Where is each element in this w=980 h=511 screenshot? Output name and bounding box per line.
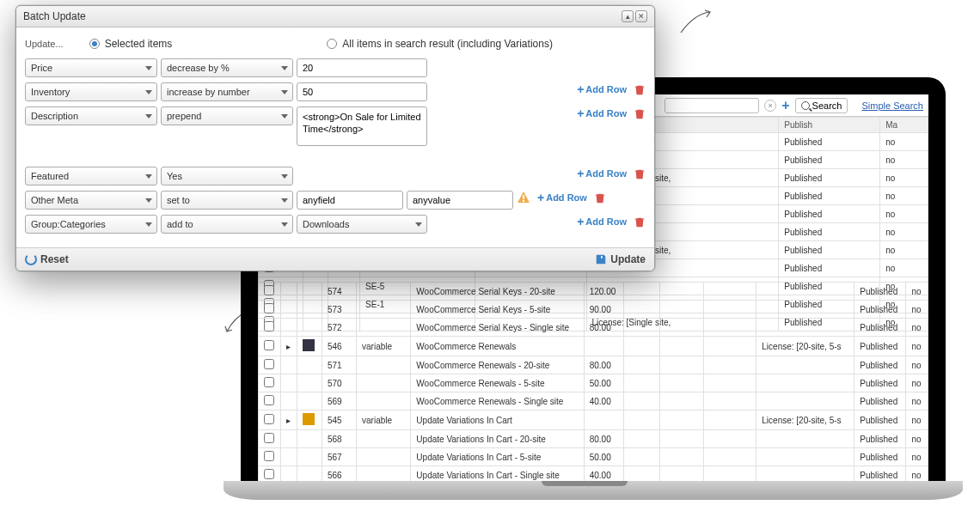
table-row[interactable]: 569 WooCommerce Renewals - Single site 4… [259, 392, 928, 411]
expand-icon[interactable] [281, 319, 297, 337]
product-grid-lower: 574 WooCommerce Serial Keys - 20-site 12… [258, 282, 928, 498]
table-row[interactable]: 571 WooCommerce Renewals - 20-site 80.00… [259, 356, 928, 374]
field-select[interactable]: Other Meta [25, 191, 157, 210]
expand-icon[interactable] [281, 430, 297, 448]
ma-cell: no [880, 205, 928, 223]
delete-row-button[interactable] [634, 216, 646, 228]
publish-cell: Published [854, 283, 906, 301]
price-cell: 80.00 [584, 430, 623, 448]
row-checkbox[interactable] [264, 359, 274, 369]
dialog-footer: Reset Update [16, 247, 654, 271]
clear-icon[interactable]: × [764, 100, 776, 112]
row-checkbox[interactable] [264, 451, 274, 461]
table-row[interactable]: 567 Update Variations In Cart - 5-site 5… [259, 448, 928, 466]
thumbnail [303, 413, 315, 425]
add-row-button[interactable]: +Add Row [537, 191, 587, 204]
table-row[interactable]: 573 WooCommerce Serial Keys - 5-site 90.… [259, 301, 928, 319]
name-cell: Update Variations In Cart - 5-site [411, 448, 584, 466]
expand-icon[interactable] [281, 356, 297, 374]
operation-select[interactable]: Yes [161, 167, 293, 186]
expand-icon[interactable]: ▸ [281, 337, 297, 356]
row-checkbox[interactable] [264, 303, 274, 313]
add-row-button[interactable]: +Add Row [577, 106, 627, 120]
delete-row-button[interactable] [634, 107, 646, 119]
value-textarea[interactable]: <strong>On Sale for Limited Time</strong… [297, 106, 427, 146]
field-select[interactable]: Description [25, 106, 157, 125]
plus-icon: + [577, 106, 584, 120]
price-cell: 120.00 [584, 283, 623, 301]
price-cell: 80.00 [584, 356, 623, 374]
add-row-button[interactable]: +Add Row [577, 167, 627, 180]
row-checkbox[interactable] [264, 414, 274, 424]
meta-value-input[interactable]: anyvalue [407, 191, 513, 210]
table-row[interactable]: 570 WooCommerce Renewals - 5-site 50.00 … [259, 374, 928, 392]
radio-selected-items[interactable]: Selected items [89, 38, 173, 50]
id-cell: 573 [322, 301, 356, 319]
expand-icon[interactable] [281, 448, 297, 466]
ma-cell: no [880, 259, 928, 277]
simple-search-link[interactable]: Simple Search [861, 100, 923, 111]
plus-icon[interactable]: + [781, 98, 789, 113]
operation-select[interactable]: prepend [161, 106, 293, 125]
attributes-cell: License: [20-site, 5-s [756, 411, 854, 430]
ma-cell: no [880, 133, 928, 151]
table-row[interactable]: ▸ 545 variable Update Variations In Cart… [259, 411, 928, 430]
expand-icon[interactable]: ▸ [281, 411, 297, 430]
expand-icon[interactable] [281, 301, 297, 319]
arrow-icon [679, 9, 714, 34]
add-row-button[interactable]: +Add Row [577, 82, 627, 96]
delete-row-button[interactable] [634, 167, 646, 179]
add-row-button[interactable]: +Add Row [577, 215, 627, 228]
rule-row: Featured Yes +Add Row [25, 167, 646, 186]
search-button[interactable]: Search [795, 98, 848, 113]
row-checkbox[interactable] [264, 433, 274, 443]
delete-row-button[interactable] [594, 192, 606, 204]
field-select[interactable]: Inventory [25, 82, 157, 101]
publish-cell: Published [854, 448, 906, 466]
operation-select[interactable]: increase by number [161, 82, 293, 101]
type-cell [357, 319, 411, 337]
field-select[interactable]: Featured [25, 167, 157, 186]
ma-cell: no [906, 301, 928, 319]
field-select[interactable]: Group:Categories [25, 215, 157, 234]
plus-icon: + [537, 191, 544, 204]
plus-icon: + [577, 82, 584, 96]
field-select[interactable]: Price [25, 58, 157, 77]
ma-cell: no [906, 356, 928, 374]
meta-key-input[interactable]: anyfield [297, 191, 403, 210]
expand-icon[interactable] [281, 283, 297, 301]
name-cell: WooCommerce Renewals [411, 337, 584, 356]
publish-cell: Published [854, 411, 906, 430]
table-row[interactable]: 568 Update Variations In Cart - 20-site … [259, 430, 928, 448]
operation-select[interactable]: set to [161, 191, 293, 210]
publish-cell: Published [779, 151, 880, 169]
search-input[interactable] [665, 98, 759, 113]
collapse-icon[interactable]: ▴ [622, 10, 634, 22]
attributes-cell [756, 356, 854, 374]
table-row[interactable]: 572 WooCommerce Serial Keys - Single sit… [259, 319, 928, 337]
publish-cell: Published [779, 187, 880, 205]
update-button[interactable]: Update [595, 253, 646, 265]
radio-all-items[interactable]: All items in search result (including Va… [327, 38, 553, 50]
row-checkbox[interactable] [264, 285, 274, 295]
table-row[interactable]: ▸ 546 variable WooCommerce Renewals Lice… [259, 337, 928, 356]
row-checkbox[interactable] [264, 377, 274, 387]
row-checkbox[interactable] [264, 321, 274, 332]
value-input[interactable]: 20 [297, 58, 427, 77]
value-input[interactable]: 50 [297, 82, 427, 101]
operation-select[interactable]: decrease by % [161, 58, 293, 77]
expand-icon[interactable] [281, 374, 297, 392]
reset-button[interactable]: Reset [25, 253, 69, 265]
value-select[interactable]: Downloads [297, 215, 427, 234]
row-checkbox[interactable] [264, 395, 274, 405]
table-row[interactable]: 574 WooCommerce Serial Keys - 20-site 12… [259, 283, 928, 301]
dialog-title-bar[interactable]: Batch Update ▴ ✕ [16, 6, 654, 27]
close-icon[interactable]: ✕ [635, 10, 647, 22]
operation-select[interactable]: add to [161, 215, 293, 234]
id-cell: 545 [322, 411, 356, 430]
expand-icon[interactable] [281, 392, 297, 411]
row-checkbox[interactable] [264, 469, 274, 479]
name-cell: Update Variations In Cart - 20-site [411, 430, 584, 448]
row-checkbox[interactable] [264, 340, 274, 350]
delete-row-button[interactable] [634, 83, 646, 95]
